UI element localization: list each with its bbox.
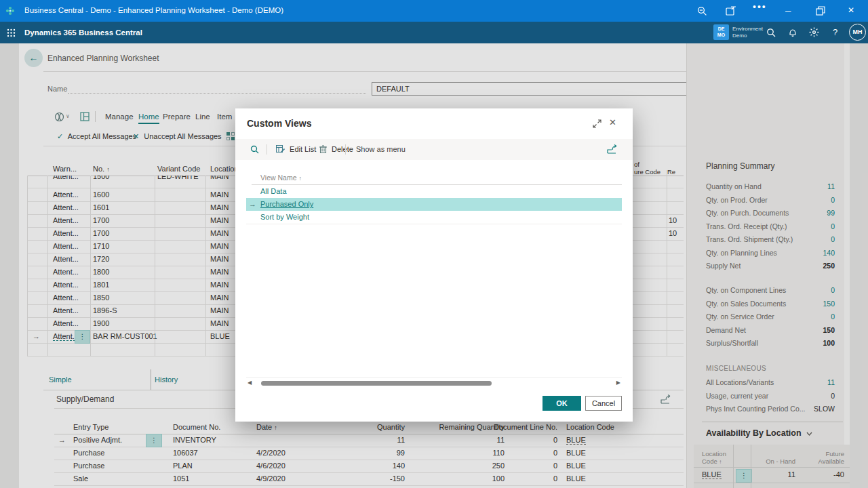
help-icon[interactable]: ? (833, 27, 837, 37)
view-name-link[interactable]: Purchased Only (260, 200, 313, 208)
nav-bar: Dynamics 365 Business Central DE MO Envi… (0, 22, 868, 43)
view-name-link[interactable]: Sort by Weight (260, 213, 309, 221)
popout-window-icon[interactable] (726, 6, 736, 16)
custom-views-dialog: Custom Views ✕ Edit List Delete Show as … (235, 108, 633, 422)
dialog-scrollbar[interactable]: ◀ ▶ (246, 377, 622, 388)
window-title: Business Central - Demo - Enhanced Plann… (24, 6, 283, 14)
col-view-name[interactable]: View Name ↑ (260, 174, 302, 182)
avatar-initials: MH (853, 28, 863, 35)
title-bar: Business Central - Demo - Enhanced Plann… (0, 0, 868, 22)
more-window-options-icon[interactable]: ••• (753, 1, 767, 12)
search-icon[interactable] (766, 28, 776, 37)
restore-icon[interactable] (816, 6, 825, 16)
waffle-icon[interactable] (7, 28, 16, 37)
business-central-window: Business Central - Demo - Enhanced Plann… (0, 0, 868, 488)
ok-button[interactable]: OK (542, 396, 581, 411)
view-row[interactable]: All Data (246, 185, 622, 199)
edit-list-button[interactable]: Edit List (276, 145, 316, 153)
app-icon (5, 6, 15, 16)
environment-label: Environment (732, 26, 763, 32)
show-as-menu-button[interactable]: Show as menu (356, 145, 406, 153)
delete-button[interactable]: Delete (319, 145, 353, 153)
environment-badge-line1: DE (713, 26, 729, 33)
scrollbar-thumb[interactable] (261, 381, 492, 386)
avatar[interactable]: MH (849, 24, 866, 41)
settings-gear-icon[interactable] (809, 27, 819, 37)
view-name-link[interactable]: All Data (260, 187, 287, 195)
environment-badge-line2: MO (713, 33, 729, 38)
view-row-selected[interactable]: → Purchased Only (246, 198, 622, 211)
close-window-icon[interactable]: ✕ (848, 5, 854, 15)
cancel-button[interactable]: Cancel (585, 396, 622, 411)
dialog-share-icon[interactable] (607, 144, 618, 154)
environment-badge[interactable]: DE MO (713, 24, 729, 40)
dialog-toolbar-divider (267, 144, 267, 155)
dialog-toolbar: Edit List Delete Show as menu (235, 139, 633, 160)
dialog-title: Custom Views (247, 118, 311, 129)
dialog-toolbar-divider (345, 144, 346, 155)
expand-dialog-icon[interactable] (593, 119, 601, 128)
product-name[interactable]: Dynamics 365 Business Central (24, 28, 142, 37)
trash-icon (319, 145, 327, 153)
zoom-out-icon[interactable] (697, 6, 707, 16)
row-arrow-icon: → (249, 200, 256, 208)
close-dialog-icon[interactable]: ✕ (609, 117, 616, 127)
edit-list-icon (276, 145, 285, 153)
scroll-left-icon[interactable]: ◀ (248, 380, 252, 386)
environment-name: Demo (732, 33, 747, 39)
minimize-icon[interactable]: – (785, 4, 791, 16)
sort-asc-icon: ↑ (298, 175, 302, 182)
view-row[interactable]: Sort by Weight (246, 211, 622, 224)
notifications-bell-icon[interactable] (788, 28, 797, 37)
scroll-right-icon[interactable]: ▶ (616, 380, 620, 386)
dialog-search-icon[interactable] (250, 145, 259, 154)
